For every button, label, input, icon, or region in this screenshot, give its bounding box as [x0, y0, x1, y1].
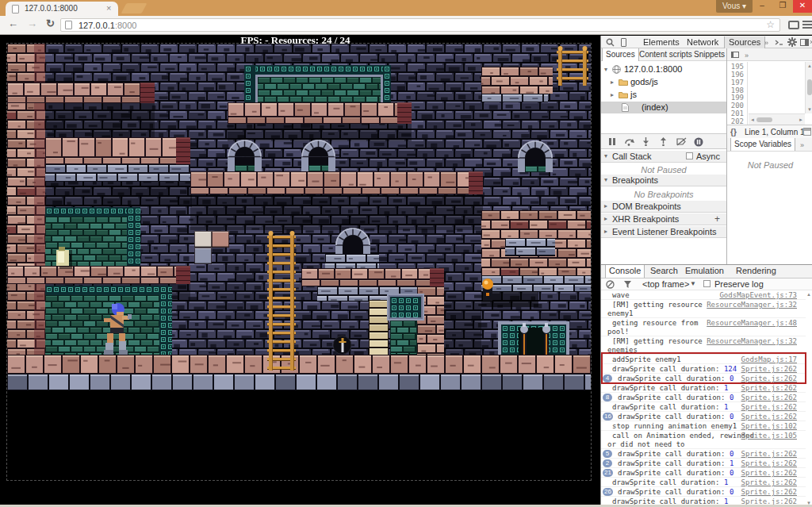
file-navigator: ▾127.0.0.1:8000▸gods/js▸js(index)	[601, 61, 726, 133]
step-into-icon[interactable]	[642, 137, 650, 146]
tree-item--index-[interactable]: (index)	[601, 102, 726, 113]
pause-on-exceptions-icon[interactable]	[694, 137, 703, 147]
browser-menu-icon[interactable]	[802, 21, 812, 29]
repeat-count-badge: 5	[603, 450, 612, 458]
more-tabs-icon[interactable]: »	[764, 39, 768, 47]
error-indicator-icon[interactable]	[803, 128, 811, 136]
tab-search[interactable]: Search	[647, 265, 681, 278]
subtab-content-scripts[interactable]: Content scripts	[636, 48, 695, 61]
preserve-log-label: Preserve log	[714, 279, 764, 289]
console-scrollbar[interactable]: ▲ ▼	[805, 290, 812, 507]
event-breakpoints-header[interactable]: ▸Event Listener Breakpoints	[601, 226, 726, 238]
console-message: drawSprite call duration: 1	[618, 459, 733, 467]
settings-gear-icon[interactable]	[787, 37, 797, 47]
preserve-log-checkbox[interactable]	[703, 280, 710, 287]
browser-tab[interactable]: 127.0.0.1:8000 ×	[6, 2, 118, 16]
dock-side-icon[interactable]	[800, 39, 809, 46]
folder-icon	[619, 78, 628, 86]
async-label: Async	[696, 151, 720, 162]
tree-item-js[interactable]: ▸js	[601, 89, 726, 101]
clear-console-icon[interactable]	[606, 280, 615, 289]
xhr-breakpoints-header[interactable]: ▸XHR Breakpoints +	[601, 213, 726, 225]
editor-tabs-more-icon[interactable]: »	[745, 52, 749, 60]
devtools-panel: Elements Network Sources » × Sources Con…	[600, 36, 812, 507]
console-source-link[interactable]: Sprite.js:262	[741, 478, 797, 486]
console-row: geting resource frompool!ResourceManager…	[601, 318, 806, 336]
browser-toolbar: ← → ↻ 127.0.0.1:8000 ☆	[0, 16, 812, 35]
async-checkbox[interactable]	[686, 152, 693, 159]
frame-selector[interactable]: <top frame>	[642, 279, 689, 289]
subtab-sources[interactable]: Sources	[602, 48, 639, 61]
pause-icon[interactable]	[607, 137, 616, 146]
scroll-down-icon[interactable]: ▼	[807, 107, 812, 112]
show-navigator-icon[interactable]	[731, 52, 739, 58]
console-source-link[interactable]: Sprite.js:262	[741, 488, 797, 496]
tab-emulation[interactable]: Emulation	[682, 265, 727, 278]
console-scroll-up-icon[interactable]: ▲	[806, 292, 811, 297]
deactivate-breakpoints-icon[interactable]	[676, 137, 687, 146]
editor-hscrollbar[interactable]: ◄ ►	[749, 113, 805, 125]
frame-selector-arrow-icon[interactable]: ▼	[690, 280, 696, 287]
console-row: stop running animation enemy1Sprite.js:1…	[601, 421, 806, 431]
scope-pane: Scope Variables » Not Paused	[726, 138, 812, 264]
back-button[interactable]: ←	[8, 17, 18, 29]
console-message-wrap: enemy1	[607, 309, 634, 317]
scope-more-icon[interactable]: »	[800, 141, 804, 149]
console-source-link[interactable]: Sprite.js:262	[741, 459, 797, 467]
dom-breakpoints-header[interactable]: ▸DOM Breakpoints	[601, 201, 726, 213]
window-maximize-button[interactable]: ❐	[772, 0, 793, 13]
step-out-icon[interactable]	[659, 137, 668, 146]
tab-rendering[interactable]: Rendering	[733, 265, 779, 278]
console-source-link[interactable]: GodsMapEvent.js:73	[719, 291, 797, 299]
new-tab-button[interactable]	[121, 3, 147, 13]
scroll-left-icon[interactable]: ◄	[750, 117, 755, 122]
tab-cast-icon[interactable]	[788, 21, 799, 29]
forward-button[interactable]: →	[27, 17, 37, 29]
console-source-link[interactable]: Sprite.js:262	[741, 469, 797, 477]
console-source-link[interactable]: ResourceManager.js:48	[707, 319, 797, 327]
game-canvas[interactable]	[7, 44, 591, 480]
cursor-position: Line 1, Column 1	[745, 128, 805, 136]
tree-item-127-0-0-1-8000[interactable]: ▾127.0.0.1:8000	[601, 63, 726, 75]
console-source-link[interactable]: ResourceManager.js:32	[707, 337, 797, 345]
address-bar[interactable]: 127.0.0.1:8000 ☆	[60, 18, 780, 32]
filter-icon[interactable]	[623, 280, 632, 289]
console-source-link[interactable]: Sprite.js:262	[741, 384, 797, 392]
console-source-link[interactable]: Sprite.js:262	[741, 403, 797, 411]
tree-item-gods-js[interactable]: ▸gods/js	[601, 76, 726, 88]
tab-scope-variables[interactable]: Scope Variables	[730, 138, 795, 151]
step-over-icon[interactable]	[624, 137, 634, 146]
device-mode-icon[interactable]	[621, 38, 626, 47]
console-source-link[interactable]: ResourceManager.js:32	[707, 301, 797, 309]
editor-header: »	[727, 48, 812, 61]
console-source-link[interactable]: Sprite.js:262	[741, 394, 797, 401]
tab-elements[interactable]: Elements	[639, 36, 684, 48]
console-source-link[interactable]: Sprite.js:102	[741, 422, 797, 430]
console-message: drawSprite call duration: 0	[618, 394, 733, 401]
console-drawer-icon[interactable]	[774, 38, 784, 47]
tab-network[interactable]: Network	[683, 36, 722, 48]
tab-console[interactable]: Console	[605, 265, 645, 278]
window-minimize-button[interactable]: –	[752, 0, 772, 13]
profile-button[interactable]: Vous ▾	[716, 0, 753, 13]
console-source-link[interactable]: Sprite.js:262	[741, 450, 797, 458]
braces-icon[interactable]: {}	[730, 128, 737, 136]
console-source-link[interactable]: Sprite.js:105	[741, 432, 797, 440]
tab-close-icon[interactable]: ×	[106, 3, 111, 13]
xhr-add-icon[interactable]: +	[714, 213, 720, 225]
reload-button[interactable]: ↻	[46, 17, 55, 29]
console-toolbar: <top frame> ▼ Preserve log	[601, 278, 812, 290]
console-source-link[interactable]: Sprite.js:262	[741, 413, 797, 421]
scroll-up-icon[interactable]: ▲	[807, 63, 812, 68]
callstack-section-header[interactable]: ▾Call Stack Async	[601, 151, 726, 163]
subtab-snippets[interactable]: Snippets	[691, 48, 728, 61]
console-tabs: Console Search Emulation Rendering	[601, 265, 812, 278]
breakpoints-section-header[interactable]: ▾Breakpoints	[601, 175, 726, 186]
browser-tab-bar: 127.0.0.1:8000 × Vous ▾ – ❐ ✕	[0, 0, 812, 16]
bookmark-star-icon[interactable]: ☆	[766, 19, 775, 30]
editor-vscrollbar[interactable]: ▲ ▼	[805, 62, 812, 113]
tab-sources[interactable]: Sources	[724, 36, 765, 48]
window-close-button[interactable]: ✕	[793, 0, 812, 13]
scroll-right-icon[interactable]: ►	[799, 117, 803, 122]
search-icon[interactable]	[606, 38, 615, 47]
